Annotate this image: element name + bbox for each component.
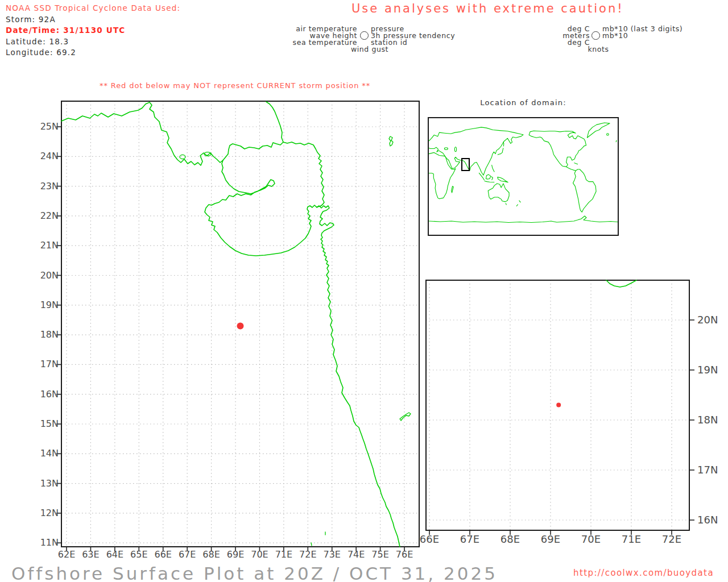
plot-title: Offshore Surface Plot at 20Z / OCT 31, 2…	[11, 563, 498, 582]
zoom-map-lon-label: 68E	[500, 533, 520, 545]
main-map-lat-label: 25N	[32, 121, 59, 132]
main-map-lon-label: 75E	[371, 549, 388, 560]
units-legend-mb10: mb*10	[602, 31, 628, 40]
station-legend-wind-gust: wind gust	[318, 45, 421, 53]
main-map-lat-label: 23N	[32, 181, 59, 192]
zoom-map-lon-label: 70E	[581, 533, 601, 545]
units-legend-knots: knots	[570, 45, 627, 53]
station-circle-icon	[360, 31, 369, 40]
header-latitude: Latitude: 18.3	[6, 37, 69, 46]
inset-map-title: Location of domain:	[429, 98, 618, 107]
zoom-map-coastline	[606, 280, 636, 287]
main-map-lat-label: 13N	[32, 478, 59, 489]
inset-world-map	[429, 123, 618, 223]
caution-banner: Use analyses with extreme caution!	[351, 2, 624, 15]
zoom-map-lat-label: 16N	[697, 514, 718, 526]
zoom-map-lat-label: 17N	[697, 464, 718, 476]
main-map-lat-label: 18N	[32, 329, 59, 340]
main-map-lat-label: 20N	[32, 270, 59, 281]
main-map-lon-label: 66E	[154, 549, 171, 560]
zoom-map-lon-label: 69E	[541, 533, 560, 545]
header-source-line: NOAA SSD Tropical Cyclone Data Used:	[6, 3, 180, 13]
zoom-map-lon-label: 66E	[420, 533, 439, 545]
main-map-lon-label: 70E	[251, 549, 268, 560]
main-map-lat-label: 19N	[32, 300, 59, 310]
main-map-lat-label: 14N	[32, 448, 59, 459]
main-map-lat-label: 17N	[32, 359, 59, 369]
main-map-lat-label: 22N	[32, 210, 59, 221]
main-map-lat-label: 16N	[32, 389, 59, 400]
units-circle-icon	[592, 31, 600, 40]
main-map-lat-label: 11N	[32, 537, 59, 548]
storm-dot-zoom	[556, 403, 561, 408]
main-map-lat-label: 21N	[32, 240, 59, 251]
storm-dot-main	[237, 322, 243, 329]
zoom-map-lon-label: 71E	[622, 533, 641, 545]
main-map-lon-label: 67E	[179, 549, 196, 560]
header-datetime: Date/Time: 31/1130 UTC	[6, 26, 125, 35]
main-map-lon-label: 64E	[106, 549, 123, 560]
main-map-lat-label: 24N	[32, 151, 59, 161]
main-map-lon-label: 76E	[396, 549, 413, 560]
source-url: http://coolwx.com/buoydata	[573, 568, 714, 578]
main-map-lon-label: 62E	[58, 549, 75, 560]
main-map-lon-label: 71E	[275, 549, 292, 560]
zoom-map-lat-label: 18N	[697, 414, 718, 426]
main-map-lon-label: 74E	[348, 549, 365, 560]
main-map-lon-label: 63E	[82, 549, 99, 560]
main-map-lon-label: 69E	[227, 549, 244, 560]
main-map-lon-label: 65E	[130, 549, 147, 560]
zoom-map-lat-label: 20N	[697, 314, 718, 326]
main-map-lon-label: 73E	[323, 549, 340, 560]
zoom-map-grid	[426, 280, 694, 535]
main-map-coastline	[61, 102, 411, 547]
zoom-map-lat-label: 19N	[697, 364, 718, 376]
buoy-plot-page: NOAA SSD Tropical Cyclone Data Used: Sto…	[0, 0, 728, 582]
zoom-map-lon-label: 67E	[460, 533, 479, 545]
main-map-lat-label: 12N	[32, 508, 59, 518]
zoom-map-lon-label: 72E	[662, 533, 681, 545]
main-map-lat-label: 15N	[32, 418, 59, 429]
header-storm: Storm: 92A	[6, 15, 56, 24]
main-map-lon-label: 68E	[202, 549, 220, 560]
storm-position-warning: ** Red dot below may NOT represent CURRE…	[100, 81, 370, 90]
main-map-lon-label: 72E	[299, 549, 316, 560]
header-longitude: Longitude: 69.2	[6, 48, 76, 57]
